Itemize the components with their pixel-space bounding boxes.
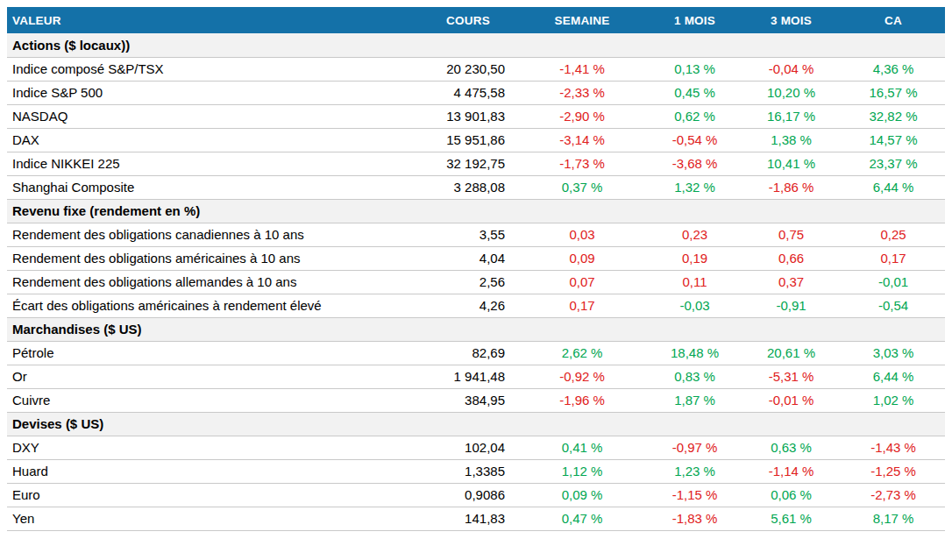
3mois-value: 0,63 % [741, 436, 842, 459]
1mois-value: -3,68 % [649, 152, 741, 175]
1mois-value: -0,97 % [649, 436, 741, 459]
1mois-value: -1,15 % [649, 483, 741, 507]
table-row: Indice composé S&P/TSX20 230,50-1,41 %0,… [7, 57, 945, 81]
row-label: Shanghai Composite [7, 175, 421, 199]
ca-value: 3,03 % [842, 341, 945, 365]
3mois-value: 10,41 % [741, 152, 842, 175]
row-label: DAX [7, 128, 421, 152]
semaine-value: 0,07 [515, 270, 649, 294]
1mois-value: 0,23 [649, 223, 741, 246]
table-row: Or1 941,48-0,92 %0,83 %-5,31 %6,44 % [7, 365, 945, 388]
section-row: Revenu fixe (rendement en %) [7, 199, 945, 223]
column-header-ca: CA [842, 7, 945, 33]
cours-value: 32 192,75 [421, 152, 515, 175]
row-label: Cuivre [7, 388, 421, 412]
section-title: Marchandises ($ US) [7, 317, 945, 341]
3mois-value: -1,14 % [741, 459, 842, 483]
ca-value: 32,82 % [842, 104, 945, 128]
3mois-value: 0,66 [741, 246, 842, 270]
3mois-value: 16,17 % [741, 104, 842, 128]
ca-value: -0,01 [842, 270, 945, 294]
table-row: Écart des obligations américaines à rend… [7, 294, 945, 317]
semaine-value: -2,33 % [515, 81, 649, 104]
market-summary-table: VALEUR COURS SEMAINE 1 MOIS 3 MOIS CA Ac… [7, 7, 945, 531]
row-label: Or [7, 365, 421, 388]
table-row: Indice NIKKEI 22532 192,75-1,73 %-3,68 %… [7, 152, 945, 175]
row-label: Indice composé S&P/TSX [7, 57, 421, 81]
table-row: Rendement des obligations américaines à … [7, 246, 945, 270]
3mois-value: 0,06 % [741, 483, 842, 507]
3mois-value: 0,37 [741, 270, 842, 294]
1mois-value: 0,19 [649, 246, 741, 270]
1mois-value: 18,48 % [649, 341, 741, 365]
1mois-value: 0,62 % [649, 104, 741, 128]
table-row: Yen141,830,47 %-1,83 %5,61 %8,17 % [7, 507, 945, 530]
column-header-1mois: 1 MOIS [649, 7, 741, 33]
cours-value: 82,69 [421, 341, 515, 365]
3mois-value: -1,86 % [741, 175, 842, 199]
1mois-value: 0,13 % [649, 57, 741, 81]
3mois-value: 0,75 [741, 223, 842, 246]
table-row: Rendement des obligations canadiennes à … [7, 223, 945, 246]
ca-value: 4,36 % [842, 57, 945, 81]
row-label: DXY [7, 436, 421, 459]
semaine-value: 0,41 % [515, 436, 649, 459]
table-row: Cuivre384,95-1,96 %1,87 %-0,01 %1,02 % [7, 388, 945, 412]
1mois-value: 1,87 % [649, 388, 741, 412]
row-label: Indice NIKKEI 225 [7, 152, 421, 175]
ca-value: 0,25 [842, 223, 945, 246]
cours-value: 4,26 [421, 294, 515, 317]
ca-value: 23,37 % [842, 152, 945, 175]
semaine-value: 0,03 [515, 223, 649, 246]
valeurs-table: VALEUR COURS SEMAINE 1 MOIS 3 MOIS CA Ac… [7, 7, 945, 531]
table-row: Euro0,90860,09 %-1,15 %0,06 %-2,73 % [7, 483, 945, 507]
cours-value: 4 475,58 [421, 81, 515, 104]
header-row: VALEUR COURS SEMAINE 1 MOIS 3 MOIS CA [7, 7, 945, 33]
ca-value: 1,02 % [842, 388, 945, 412]
ca-value: 6,44 % [842, 365, 945, 388]
cours-value: 102,04 [421, 436, 515, 459]
table-body: Actions ($ locaux))Indice composé S&P/TS… [7, 33, 945, 530]
cours-value: 3 288,08 [421, 175, 515, 199]
semaine-value: -1,96 % [515, 388, 649, 412]
1mois-value: 0,11 [649, 270, 741, 294]
3mois-value: -0,01 % [741, 388, 842, 412]
column-header-semaine: SEMAINE [515, 7, 649, 33]
table-header: VALEUR COURS SEMAINE 1 MOIS 3 MOIS CA [7, 7, 945, 33]
1mois-value: 1,23 % [649, 459, 741, 483]
semaine-value: 1,12 % [515, 459, 649, 483]
table-row: Shanghai Composite3 288,080,37 %1,32 %-1… [7, 175, 945, 199]
table-row: DAX15 951,86-3,14 %-0,54 %1,38 %14,57 % [7, 128, 945, 152]
section-title: Revenu fixe (rendement en %) [7, 199, 945, 223]
cours-value: 4,04 [421, 246, 515, 270]
1mois-value: 1,32 % [649, 175, 741, 199]
3mois-value: 5,61 % [741, 507, 842, 530]
section-row: Actions ($ locaux)) [7, 33, 945, 57]
table-row: Indice S&P 5004 475,58-2,33 %0,45 %10,20… [7, 81, 945, 104]
semaine-value: -3,14 % [515, 128, 649, 152]
row-label: Yen [7, 507, 421, 530]
cours-value: 141,83 [421, 507, 515, 530]
column-header-cours: COURS [421, 7, 515, 33]
row-label: Rendement des obligations américaines à … [7, 246, 421, 270]
ca-value: 14,57 % [842, 128, 945, 152]
semaine-value: -0,92 % [515, 365, 649, 388]
cours-value: 20 230,50 [421, 57, 515, 81]
section-title: Devises ($ US) [7, 412, 945, 436]
column-header-valeur: VALEUR [7, 7, 421, 33]
row-label: Pétrole [7, 341, 421, 365]
cours-value: 2,56 [421, 270, 515, 294]
cours-value: 3,55 [421, 223, 515, 246]
column-header-3mois: 3 MOIS [741, 7, 842, 33]
ca-value: -2,73 % [842, 483, 945, 507]
table-row: NASDAQ13 901,83-2,90 %0,62 %16,17 %32,82… [7, 104, 945, 128]
row-label: Euro [7, 483, 421, 507]
semaine-value: -1,73 % [515, 152, 649, 175]
3mois-value: -0,04 % [741, 57, 842, 81]
ca-value: -1,25 % [842, 459, 945, 483]
table-row: Pétrole82,692,62 %18,48 %20,61 %3,03 % [7, 341, 945, 365]
1mois-value: -0,54 % [649, 128, 741, 152]
section-title: Actions ($ locaux)) [7, 33, 945, 57]
section-row: Devises ($ US) [7, 412, 945, 436]
3mois-value: -5,31 % [741, 365, 842, 388]
